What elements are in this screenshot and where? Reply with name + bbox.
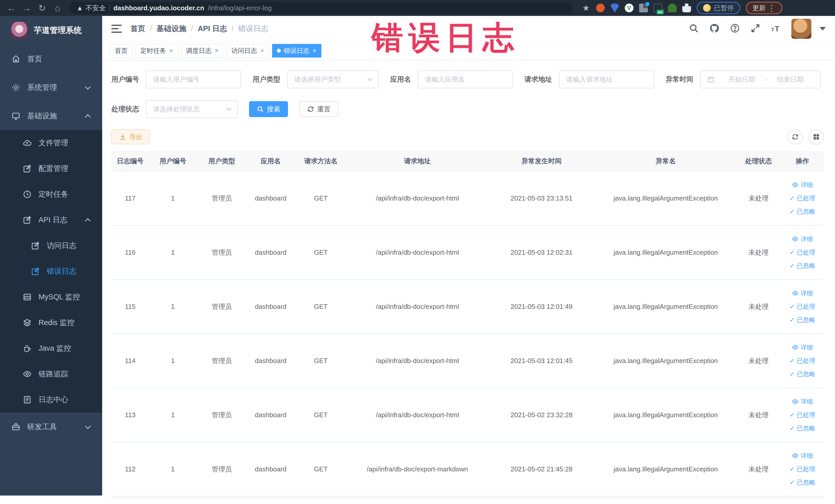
fullscreen-icon[interactable] <box>750 23 760 35</box>
date-range-picker[interactable]: 开始日期 - 结束日期 <box>700 70 821 88</box>
sidebar-item-Redis 监控[interactable]: Redis 监控 <box>0 310 102 336</box>
close-icon[interactable]: × <box>169 47 173 55</box>
extension-icon[interactable] <box>668 4 677 12</box>
reload-icon[interactable]: ↻ <box>36 1 49 15</box>
close-icon[interactable]: × <box>260 47 264 55</box>
svg-text:T: T <box>775 24 779 33</box>
breadcrumb-item[interactable]: 首页 <box>130 24 145 34</box>
search-icon[interactable] <box>689 23 699 35</box>
extension-icon[interactable]: V <box>625 4 633 12</box>
gear-icon <box>11 83 21 92</box>
profile-paused-badge[interactable]: 已暂停 <box>697 2 740 14</box>
processed-link[interactable]: ✓已处理 <box>790 411 815 419</box>
export-button[interactable]: 导出 <box>111 129 150 144</box>
sidebar-item-访问日志[interactable]: 访问日志 <box>0 233 102 259</box>
github-icon[interactable] <box>709 23 719 35</box>
font-size-icon[interactable]: TT <box>771 23 781 35</box>
sidebar-item-MySQL 监控[interactable]: MySQL 监控 <box>0 284 102 310</box>
ignored-link[interactable]: ✓已忽略 <box>790 478 815 486</box>
processed-link[interactable]: ✓已处理 <box>790 357 815 365</box>
browser-update-button[interactable]: 更新 ⋮ <box>746 2 782 14</box>
close-icon[interactable]: × <box>313 47 317 55</box>
db-icon <box>23 293 32 302</box>
back-icon[interactable]: ← <box>5 1 18 15</box>
chevron-down-icon[interactable] <box>820 27 826 31</box>
sidebar-item-日志中心[interactable]: 日志中心 <box>0 387 102 412</box>
browser-menu-icon[interactable]: ⋮ <box>767 3 776 13</box>
tag-view-tab-定时任务[interactable]: 定时任务 × <box>136 44 178 58</box>
cell-method: GET <box>294 442 347 496</box>
extension-icon[interactable] <box>610 4 619 12</box>
detail-link[interactable]: 详细 <box>792 289 813 297</box>
sidebar-item-配置管理[interactable]: 配置管理 <box>0 156 102 182</box>
detail-link[interactable]: 详细 <box>792 181 813 189</box>
processed-link[interactable]: ✓已处理 <box>790 302 815 311</box>
cell-user-id: 1 <box>149 280 197 333</box>
sidebar-item-基础设施[interactable]: 基础设施 <box>0 102 102 130</box>
address-bar[interactable]: ▲︎ 不安全 dashboard.yudao.iocoder.cn/infra/… <box>70 2 573 14</box>
app-name-input[interactable] <box>425 76 506 83</box>
breadcrumb-item[interactable]: API 日志 <box>198 24 227 34</box>
processed-link[interactable]: ✓已处理 <box>790 248 815 257</box>
sidebar-item-链路追踪[interactable]: 链路追踪 <box>0 361 102 387</box>
detail-link[interactable]: 详细 <box>792 451 813 460</box>
ignored-link[interactable]: ✓已忽略 <box>790 316 815 324</box>
close-icon[interactable]: × <box>215 47 219 55</box>
request-url-input[interactable] <box>566 76 647 83</box>
help-icon[interactable] <box>730 23 740 35</box>
bookmark-star-icon[interactable]: ★ <box>582 4 590 12</box>
detail-link[interactable]: 详细 <box>792 398 813 406</box>
user-type-select[interactable]: 请选择用户类型 <box>287 70 379 88</box>
cell-app-name: dashboard <box>247 442 295 496</box>
sidebar-item-API 日志[interactable]: API 日志 <box>0 207 102 233</box>
cell-user-type: 管理员 <box>197 280 247 333</box>
sidebar-item-首页[interactable]: 首页 <box>0 45 102 73</box>
sidebar-item-错误日志[interactable]: 错误日志 <box>0 259 102 284</box>
tag-view-tab-错误日志[interactable]: 错误日志 × <box>272 44 321 58</box>
sidebar-item-系统管理[interactable]: 系统管理 <box>0 73 102 102</box>
table-row: 115 1 管理员 dashboard GET /api/infra/db-do… <box>111 280 824 334</box>
detail-link[interactable]: 详细 <box>792 343 813 351</box>
sidebar-item-研发工具[interactable]: 研发工具 <box>0 412 102 441</box>
tag-view-tab-访问日志[interactable]: 访问日志 × <box>226 44 269 58</box>
user-id-input[interactable] <box>153 76 234 83</box>
chevron-icon <box>85 423 91 429</box>
table-row: 113 1 管理员 dashboard GET /api/infra/db-do… <box>111 388 824 442</box>
column-settings-button[interactable] <box>809 129 824 144</box>
hamburger-icon[interactable] <box>111 25 122 33</box>
cell-user-id: 1 <box>149 334 197 387</box>
tag-view-tab-调度日志[interactable]: 调度日志 × <box>181 44 223 58</box>
sidebar-item-定时任务[interactable]: 定时任务 <box>0 182 102 207</box>
detail-link[interactable]: 详细 <box>792 235 813 243</box>
cell-method: GET <box>294 226 347 279</box>
filter-label: 异常时间 <box>666 75 693 84</box>
extension-icon[interactable] <box>653 4 662 12</box>
ignored-link[interactable]: ✓已忽略 <box>790 262 815 270</box>
breadcrumb-item[interactable]: 基础设施 <box>157 24 186 34</box>
extension-icon[interactable] <box>639 4 648 12</box>
processed-link[interactable]: ✓已处理 <box>790 465 815 473</box>
tag-view-tab-首页[interactable]: 首页 <box>110 44 133 58</box>
sidebar-item-Java 监控[interactable]: Java 监控 <box>0 336 102 361</box>
refresh-button[interactable] <box>788 129 803 144</box>
app-logo-row[interactable]: 芋道管理系统 <box>0 16 102 45</box>
user-avatar[interactable] <box>791 19 811 39</box>
sidebar-item-文件管理[interactable]: 文件管理 <box>0 130 102 156</box>
ignored-link[interactable]: ✓已忽略 <box>790 370 815 378</box>
cell-log-id: 116 <box>111 226 149 279</box>
not-secure-warning[interactable]: ▲︎ 不安全 <box>77 4 106 13</box>
error-log-table: 日志编号 用户编号 用户类型 应用名 请求方法名 请求地址 异常发生时间 异常名… <box>111 151 824 498</box>
extensions-puzzle-icon[interactable] <box>682 4 691 12</box>
extension-icon[interactable] <box>596 4 605 12</box>
status-select[interactable]: 请选择处理状态 <box>146 100 238 118</box>
ignored-link[interactable]: ✓已忽略 <box>790 207 815 216</box>
home-icon[interactable]: ⌂ <box>51 1 64 15</box>
cell-status: 未处理 <box>736 442 781 496</box>
forward-icon[interactable]: → <box>20 1 33 15</box>
processed-link[interactable]: ✓已处理 <box>790 194 815 202</box>
ignored-link[interactable]: ✓已忽略 <box>790 424 815 432</box>
browser-toolbar: ← → ↻ ⌂ ▲︎ 不安全 dashboard.yudao.iocoder.c… <box>0 0 835 16</box>
reset-button[interactable]: 重置 <box>299 101 338 117</box>
search-button[interactable]: 搜索 <box>249 101 288 117</box>
cell-method: GET <box>294 388 347 442</box>
